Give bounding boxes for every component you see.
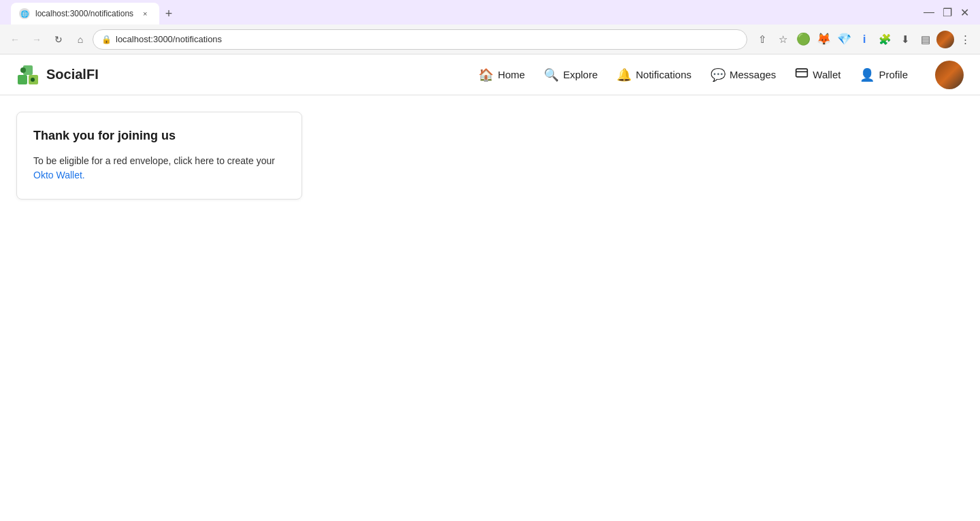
logo-area: SocialFI	[16, 63, 99, 87]
svg-rect-5	[796, 69, 808, 77]
okto-wallet-link[interactable]: Okto Wallet.	[33, 170, 85, 180]
nav-links: 🏠 Home 🔍 Explore 🔔 Notifications 💬 Messa…	[478, 66, 908, 83]
toolbar-icons: ⇧ ☆ 🟢 🦊 💎 i 🧩 ⬇ ▤ ⋮	[753, 30, 975, 49]
tab-close-button[interactable]: ×	[139, 7, 151, 20]
download-icon[interactable]: ⬇	[896, 30, 915, 49]
ext-icon-1[interactable]: 🟢	[794, 30, 813, 49]
nav-home[interactable]: 🏠 Home	[478, 67, 525, 82]
nav-messages[interactable]: 💬 Messages	[710, 67, 776, 82]
forward-button[interactable]: →	[27, 30, 46, 49]
messages-icon: 💬	[710, 67, 725, 82]
address-bar-row: ← → ↻ ⌂ 🔒 localhost:3000/notifications ⇧…	[0, 25, 980, 54]
menu-icon[interactable]: ⋮	[956, 30, 975, 49]
reload-button[interactable]: ↻	[49, 30, 68, 49]
notification-card: Thank you for joining us To be eligible …	[16, 112, 302, 200]
nav-notifications[interactable]: 🔔 Notifications	[617, 67, 691, 82]
profile-icon: 👤	[860, 67, 875, 82]
main-content: Thank you for joining us To be eligible …	[0, 95, 980, 216]
wallet-icon	[795, 66, 808, 83]
card-body: To be eligible for a red envelope, click…	[33, 154, 285, 183]
card-body-prefix: To be eligible for a red envelope, click…	[33, 155, 275, 166]
address-bar[interactable]: 🔒 localhost:3000/notifications	[93, 29, 747, 50]
logo-text: SocialFI	[46, 67, 99, 82]
nav-notifications-label: Notifications	[636, 69, 691, 80]
svg-point-4	[31, 78, 35, 82]
explore-icon: 🔍	[544, 67, 559, 82]
notifications-icon: 🔔	[617, 67, 632, 82]
svg-point-3	[20, 67, 26, 73]
title-bar: 🌐 localhost:3000/notifications × + — ❐ ✕	[0, 0, 980, 25]
nav-profile[interactable]: 👤 Profile	[860, 67, 908, 82]
back-button[interactable]: ←	[5, 30, 24, 49]
extensions-icon[interactable]: 🧩	[875, 30, 894, 49]
address-url: localhost:3000/notifications	[116, 34, 222, 44]
nav-explore-label: Explore	[563, 69, 598, 80]
active-tab[interactable]: 🌐 localhost:3000/notifications ×	[11, 3, 159, 25]
home-icon: 🏠	[478, 67, 493, 82]
app-wrapper: SocialFI 🏠 Home 🔍 Explore 🔔 Notification…	[0, 54, 980, 477]
minimize-button[interactable]: —	[924, 6, 934, 18]
nav-wallet-label: Wallet	[813, 69, 840, 80]
card-title: Thank you for joining us	[33, 129, 285, 143]
ext-icon-3[interactable]: 💎	[834, 30, 853, 49]
close-button[interactable]: ✕	[960, 6, 969, 19]
home-button[interactable]: ⌂	[71, 30, 90, 49]
browser-profile-avatar[interactable]	[936, 31, 954, 48]
restore-button[interactable]: ❐	[943, 6, 952, 19]
tab-favicon: 🌐	[19, 8, 30, 19]
nav-home-label: Home	[497, 69, 525, 80]
user-avatar[interactable]	[935, 61, 964, 89]
share-icon[interactable]: ⇧	[753, 30, 772, 49]
nav-messages-label: Messages	[730, 69, 776, 80]
new-tab-button[interactable]: +	[159, 4, 178, 23]
nav-profile-label: Profile	[879, 69, 908, 80]
sidebar-icon[interactable]: ▤	[916, 30, 935, 49]
ext-icon-2[interactable]: 🦊	[814, 30, 833, 49]
tab-title: localhost:3000/notifications	[35, 9, 133, 18]
logo-icon	[16, 63, 41, 87]
bookmark-icon[interactable]: ☆	[773, 30, 792, 49]
nav-explore[interactable]: 🔍 Explore	[544, 67, 598, 82]
app-nav: SocialFI 🏠 Home 🔍 Explore 🔔 Notification…	[0, 54, 980, 95]
nav-wallet[interactable]: Wallet	[795, 66, 840, 83]
secure-icon: 🔒	[101, 35, 112, 44]
svg-rect-0	[18, 75, 27, 84]
ext-icon-4[interactable]: i	[855, 30, 874, 49]
window-controls: — ❐ ✕	[924, 6, 975, 19]
